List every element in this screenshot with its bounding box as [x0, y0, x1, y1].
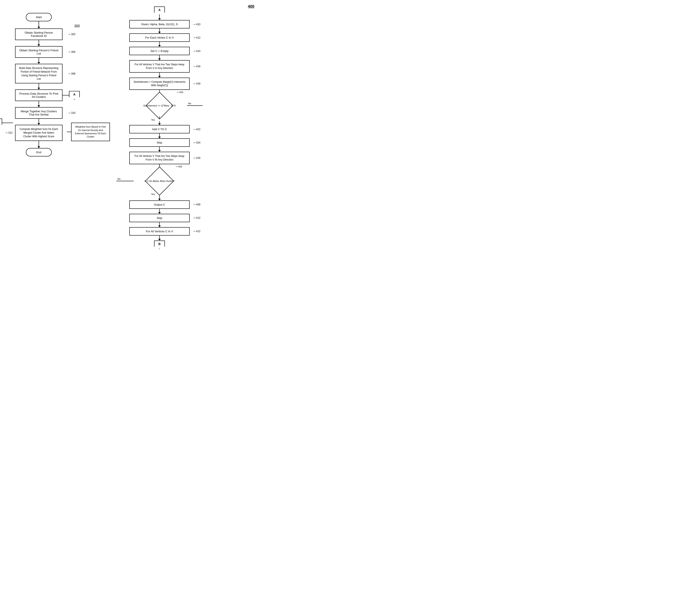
node-420-row: SizeIntersect >= (2*Beta - 1)*S ⇀ 420 No	[138, 95, 181, 116]
node-312: Compute Weighted Sum for Each Merged Clu…	[15, 125, 62, 141]
ref-410: ⇀ 410	[193, 23, 200, 26]
node-410: Given: Alpha, Beta, G(V,E), S	[129, 20, 190, 29]
ref-418: ⇀ 418	[193, 82, 200, 85]
node-412b: For All Vertices C In V	[129, 227, 190, 236]
arrow-304-306	[38, 58, 40, 64]
ref-414: ⇀ 414	[193, 50, 200, 53]
connector-a-pentagon: A	[154, 6, 165, 15]
ref-412a: ⇀ 412	[193, 36, 200, 39]
node-414-row: Set C = Empty ⇀ 414	[129, 47, 190, 55]
node-412b-row: For All Vertices C In V ⇀ 412	[129, 227, 190, 236]
node-304: Obtain Starting Person's Friend List	[15, 46, 62, 58]
ref-416a: ⇀ 416	[193, 65, 200, 68]
connector-b-left: B	[0, 118, 2, 127]
node-412a: For Each Vertex C In V	[129, 34, 190, 42]
node-426-text: Is C An Alpha, Beta Cluster?	[138, 169, 181, 193]
arrow-422-424	[158, 133, 161, 138]
node-428: Output C	[129, 200, 190, 209]
node-302: Obtain Starting Person Facebook ID	[15, 29, 62, 40]
node-414: Set C = Empty	[129, 47, 190, 55]
node-308-row: Process Data Structure To Find All Clust…	[15, 89, 62, 101]
no-label-426: No	[117, 178, 120, 180]
node-410-row: Given: Alpha, Beta, G(V,E), S ⇀ 410	[129, 20, 190, 29]
connector-b-pentagon: B	[154, 241, 165, 249]
arrow-302-304	[38, 40, 40, 46]
node-skip2: Skip	[129, 214, 190, 222]
ref-310: ⇀ 310	[68, 111, 76, 114]
ref-422: ⇀ 422	[193, 128, 200, 131]
connector-a-top: A	[154, 6, 165, 15]
ref-424: ⇀ 424	[193, 141, 200, 144]
connector-a-308: A	[69, 91, 80, 100]
yes-label-426: Yes	[151, 193, 155, 195]
node-310: Merge Together Any Clusters That Are Sim…	[15, 107, 62, 119]
ref-312-left: ⇀ 312	[5, 131, 12, 134]
node-422: Add V TO C	[129, 125, 190, 133]
end-node: End	[26, 148, 52, 156]
start-node: Start	[26, 13, 52, 21]
node-420-text: SizeIntersect >= (2*Beta - 1)*S	[138, 95, 181, 116]
node-424-row: Skip ⇀ 424	[129, 138, 190, 147]
arrow-416a-418	[158, 72, 161, 78]
arrow-424-416b	[158, 147, 161, 152]
node-416b: For All Vertices V That Are Two Steps Aw…	[129, 152, 190, 164]
node-312-row: ⇀ 312 Compute Weighted Sum for Each Merg…	[15, 125, 62, 141]
node-424: Skip	[129, 138, 190, 147]
node-416b-row: For All Vertices V That Are Two Steps Aw…	[129, 152, 190, 164]
arrow-412-414	[158, 42, 161, 47]
arrow-412b-B	[158, 236, 161, 241]
arrow-410-412	[158, 29, 161, 34]
node-416a-row: For All Vertices V That Are Two Steps Aw…	[129, 60, 190, 72]
ref-304: ⇀ 304	[68, 50, 76, 53]
node-306: Build Data Structure Representing Portio…	[15, 64, 62, 84]
node-skip2-row: Skip ⇀ 412	[129, 214, 190, 222]
node-412a-row: For Each Vertex C In V ⇀ 412	[129, 34, 190, 42]
ref-426: ⇀ 426	[176, 165, 182, 168]
connector-b-bottom: B	[154, 241, 165, 249]
arrow-306-308	[38, 84, 40, 89]
node-426-row: Is C An Alpha, Beta Cluster? ⇀ 426 No	[138, 169, 181, 193]
ref-302: ⇀ 302	[68, 33, 76, 36]
yes-label-420: Yes	[151, 118, 155, 121]
node-418-row: SizeIntersect = Compute |Neigh(V) Inters…	[129, 78, 190, 90]
ref-skip2: ⇀ 412	[193, 216, 200, 219]
no-label-420: No	[188, 102, 191, 105]
arrow-310-312	[38, 119, 40, 125]
start-oval: Start	[26, 13, 52, 21]
node-418: SizeIntersect = Compute |Neigh(V) Inters…	[129, 78, 190, 90]
node-306-row: Build Data Structure Representing Portio…	[15, 64, 62, 84]
ref-416b: ⇀ 416	[193, 156, 200, 159]
ref-420: ⇀ 420	[177, 91, 183, 94]
ref-412b: ⇀ 412	[193, 230, 200, 233]
arrow-a-410	[158, 15, 161, 20]
node-310-row: Merge Together Any Clusters That Are Sim…	[15, 107, 62, 119]
arrow-308-310	[38, 101, 40, 107]
arrow-420-422	[158, 121, 161, 125]
arrow-426-428	[158, 195, 161, 200]
node-428-row: Output C ⇀ 428	[129, 200, 190, 209]
arrow-312-end	[38, 141, 40, 148]
node-308: Process Data Structure To Find All Clust…	[15, 89, 62, 101]
diagram-300-label: 300	[74, 24, 80, 28]
arrow-skip-412b	[158, 222, 161, 227]
node-302-row: Obtain Starting Person Facebook ID ⇀ 302	[15, 29, 62, 40]
arrow-428-skip	[158, 209, 161, 214]
end-oval: End	[26, 148, 52, 156]
arrow-start-302	[38, 21, 40, 29]
ref-428: ⇀ 428	[193, 203, 200, 206]
node-416a: For All Vertices V That Are Two Steps Aw…	[129, 60, 190, 72]
node-304-row: Obtain Starting Person's Friend List ⇀ 3…	[15, 46, 62, 58]
ref-306: ⇀ 306	[68, 72, 76, 75]
node-422-row: Add V TO C ⇀ 422	[129, 125, 190, 133]
arrow-414-416a	[158, 55, 161, 60]
